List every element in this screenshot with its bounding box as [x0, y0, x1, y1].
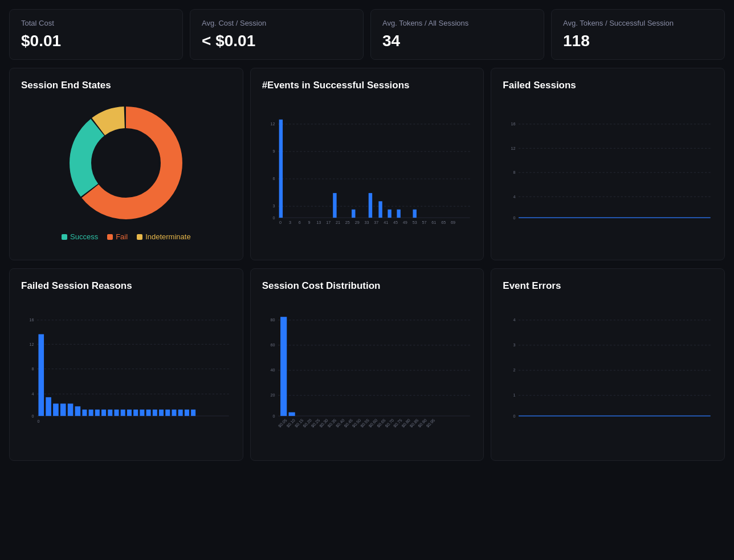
svg-text:80: 80 — [270, 317, 275, 322]
metric-label-3: Avg. Tokens / Successful Session — [563, 19, 713, 27]
metric-avg-tokens-all: Avg. Tokens / All Sessions 34 — [370, 9, 544, 60]
event-errors-title: Event Errors — [503, 280, 713, 292]
svg-rect-17 — [368, 193, 372, 218]
svg-text:1: 1 — [513, 393, 516, 398]
svg-rect-76 — [133, 410, 138, 416]
failed-reasons-card: Failed Session Reasons 16 12 8 4 0 — [9, 268, 243, 461]
event-errors-chart: 4 3 2 1 0 — [503, 301, 713, 449]
event-errors-card: Event Errors 4 3 2 1 0 — [491, 268, 725, 461]
svg-point-3 — [93, 130, 159, 196]
svg-rect-14 — [279, 120, 282, 218]
events-successful-chart: 12 9 6 3 0 — [262, 100, 472, 248]
svg-text:8: 8 — [513, 170, 516, 175]
svg-rect-75 — [127, 410, 132, 416]
svg-rect-73 — [114, 410, 119, 416]
svg-rect-66 — [68, 403, 74, 416]
svg-text:21: 21 — [336, 220, 340, 225]
svg-text:25: 25 — [345, 220, 350, 225]
svg-text:$0.60: $0.60 — [368, 418, 378, 428]
svg-rect-18 — [378, 201, 382, 218]
svg-text:$0.85: $0.85 — [409, 418, 419, 428]
svg-text:13: 13 — [316, 220, 321, 225]
svg-text:$0.20: $0.20 — [301, 418, 312, 428]
svg-text:20: 20 — [270, 393, 275, 398]
svg-text:$0.70: $0.70 — [384, 418, 395, 428]
failed-reasons-svg: 16 12 8 4 0 — [21, 301, 231, 449]
svg-text:0: 0 — [37, 419, 39, 424]
svg-text:16: 16 — [29, 317, 34, 322]
failed-reasons-chart: 16 12 8 4 0 — [21, 301, 231, 449]
svg-text:$0.05: $0.05 — [277, 418, 288, 428]
svg-rect-15 — [333, 193, 336, 218]
svg-rect-62 — [38, 334, 44, 416]
svg-text:$0.75: $0.75 — [392, 418, 403, 428]
donut-legend: Success Fail Indeterminate — [62, 232, 191, 241]
svg-text:60: 60 — [270, 342, 275, 348]
svg-text:3: 3 — [272, 204, 275, 209]
svg-text:$0.45: $0.45 — [342, 418, 353, 428]
metric-avg-cost: Avg. Cost / Session < $0.01 — [190, 9, 364, 60]
metric-label-0: Total Cost — [21, 19, 171, 27]
top-metrics-row: Total Cost $0.01 Avg. Cost / Session < $… — [9, 9, 725, 60]
metric-value-1: < $0.01 — [202, 32, 352, 50]
svg-rect-77 — [140, 410, 144, 416]
session-end-states-title: Session End States — [21, 80, 231, 91]
svg-text:0: 0 — [513, 414, 516, 419]
svg-rect-20 — [397, 210, 400, 218]
svg-text:$0.55: $0.55 — [359, 418, 370, 428]
svg-rect-64 — [53, 403, 59, 416]
events-successful-svg: 12 9 6 3 0 — [262, 100, 472, 248]
failed-sessions-svg: 16 12 8 4 0 — [503, 100, 713, 248]
metric-total-cost: Total Cost $0.01 — [9, 9, 183, 60]
metric-value-2: 34 — [382, 32, 532, 50]
svg-rect-67 — [75, 406, 81, 416]
svg-rect-68 — [82, 410, 87, 416]
svg-text:$0.35: $0.35 — [327, 418, 337, 428]
svg-rect-78 — [146, 410, 151, 416]
svg-text:69: 69 — [451, 220, 455, 225]
cost-distribution-title: Session Cost Distribution — [262, 280, 472, 292]
svg-text:9: 9 — [308, 220, 310, 225]
cost-distribution-card: Session Cost Distribution 80 60 40 20 0 — [250, 268, 484, 461]
charts-row-2: Failed Session Reasons 16 12 8 4 0 — [9, 268, 725, 461]
event-errors-svg: 4 3 2 1 0 — [503, 301, 713, 449]
svg-text:8: 8 — [31, 366, 34, 371]
legend-label-fail: Fail — [116, 232, 128, 241]
legend-dot-fail — [107, 234, 113, 240]
cost-distribution-chart: 80 60 40 20 0 $0.05 $0.10 $0.15 $0.20 $0… — [262, 301, 472, 449]
legend-fail: Fail — [107, 232, 128, 241]
svg-text:0: 0 — [279, 220, 282, 225]
svg-text:$0.80: $0.80 — [400, 418, 411, 428]
svg-rect-72 — [108, 410, 112, 416]
metric-value-0: $0.01 — [21, 32, 171, 50]
svg-text:$0.25: $0.25 — [310, 418, 321, 428]
svg-rect-74 — [121, 410, 125, 416]
failed-sessions-card: Failed Sessions 16 12 8 4 0 — [491, 68, 725, 260]
events-successful-title: #Events in Successful Sessions — [262, 80, 472, 91]
charts-row-1: Session End States Success — [9, 68, 725, 260]
svg-rect-79 — [153, 410, 157, 416]
failed-sessions-title: Failed Sessions — [503, 80, 713, 91]
svg-text:6: 6 — [272, 176, 275, 181]
svg-rect-70 — [95, 410, 100, 416]
svg-text:$0.30: $0.30 — [318, 418, 329, 428]
svg-text:65: 65 — [441, 220, 446, 225]
svg-text:33: 33 — [364, 220, 369, 225]
svg-text:$0.95: $0.95 — [425, 418, 436, 428]
svg-text:2: 2 — [513, 367, 516, 373]
legend-success: Success — [62, 232, 98, 241]
failed-reasons-title: Failed Session Reasons — [21, 280, 231, 292]
svg-rect-84 — [185, 410, 189, 416]
metric-value-3: 118 — [563, 32, 713, 50]
svg-rect-69 — [89, 410, 93, 416]
svg-text:$0.65: $0.65 — [376, 418, 386, 428]
legend-label-indeterminate: Indeterminate — [145, 232, 191, 241]
svg-text:49: 49 — [403, 220, 407, 225]
svg-rect-71 — [101, 410, 106, 416]
svg-text:61: 61 — [431, 220, 436, 225]
metric-avg-tokens-success: Avg. Tokens / Successful Session 118 — [551, 9, 725, 60]
svg-text:$0.10: $0.10 — [285, 418, 296, 428]
svg-rect-19 — [388, 210, 391, 218]
svg-text:45: 45 — [393, 220, 398, 225]
svg-text:17: 17 — [326, 220, 331, 225]
